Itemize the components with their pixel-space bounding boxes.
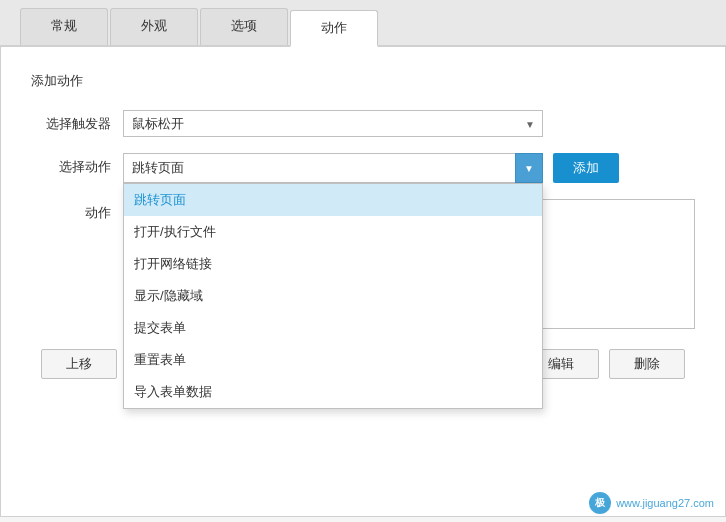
- dropdown-item-reset-form[interactable]: 重置表单: [124, 344, 542, 376]
- content-area: 添加动作 选择触发器 鼠标松开 鼠标按下 鼠标悬停 单击 双击 选择动作: [0, 47, 726, 517]
- action-select-row: 选择动作 跳转页面 跳转页面 打开/执行文件 打开网络链接 显示/隐藏域: [31, 153, 695, 183]
- delete-button[interactable]: 删除: [609, 349, 685, 379]
- trigger-control: 鼠标松开 鼠标按下 鼠标悬停 单击 双击: [123, 110, 543, 137]
- tab-options[interactable]: 选项: [200, 8, 288, 45]
- dropdown-item-jump[interactable]: 跳转页面: [124, 184, 542, 216]
- dropdown-popup: 跳转页面 打开/执行文件 打开网络链接 显示/隐藏域 提交表单 重置表单 导入表…: [123, 183, 543, 409]
- bottom-right-buttons: 编辑 删除: [523, 349, 685, 379]
- watermark-logo: 极: [589, 492, 611, 514]
- tab-general[interactable]: 常规: [20, 8, 108, 45]
- watermark-text: www.jiguang27.com: [616, 497, 714, 509]
- trigger-row: 选择触发器 鼠标松开 鼠标按下 鼠标悬停 单击 双击: [31, 110, 695, 137]
- dropdown-item-show-hide[interactable]: 显示/隐藏域: [124, 280, 542, 312]
- dropdown-item-open-file[interactable]: 打开/执行文件: [124, 216, 542, 248]
- add-button[interactable]: 添加: [553, 153, 619, 183]
- trigger-label: 选择触发器: [31, 115, 111, 133]
- watermark: 极 www.jiguang27.com: [589, 492, 714, 514]
- action-select-area: 跳转页面 跳转页面 打开/执行文件 打开网络链接 显示/隐藏域 提交表单 重置表…: [123, 153, 695, 183]
- tabs-bar: 常规 外观 选项 动作: [0, 0, 726, 47]
- dropdown-item-open-url[interactable]: 打开网络链接: [124, 248, 542, 280]
- section-title: 添加动作: [31, 72, 695, 90]
- action-display[interactable]: 跳转页面: [123, 153, 543, 183]
- tab-action[interactable]: 动作: [290, 10, 378, 47]
- action-select-label: 选择动作: [31, 153, 111, 176]
- action-select-wrapper: 跳转页面 跳转页面 打开/执行文件 打开网络链接 显示/隐藏域 提交表单 重置表…: [123, 153, 543, 183]
- main-container: 常规 外观 选项 动作 添加动作 选择触发器 鼠标松开 鼠标按下 鼠标悬停 单击…: [0, 0, 726, 522]
- action-display-text: 跳转页面: [132, 159, 184, 177]
- dropdown-arrow-button[interactable]: [515, 153, 543, 183]
- up-button[interactable]: 上移: [41, 349, 117, 379]
- dropdown-item-submit-form[interactable]: 提交表单: [124, 312, 542, 344]
- trigger-select-wrapper: 鼠标松开 鼠标按下 鼠标悬停 单击 双击: [123, 110, 543, 137]
- dropdown-item-import-data[interactable]: 导入表单数据: [124, 376, 542, 408]
- tab-appearance[interactable]: 外观: [110, 8, 198, 45]
- trigger-select[interactable]: 鼠标松开 鼠标按下 鼠标悬停 单击 双击: [123, 110, 543, 137]
- actions-table-label: 动作: [31, 199, 111, 222]
